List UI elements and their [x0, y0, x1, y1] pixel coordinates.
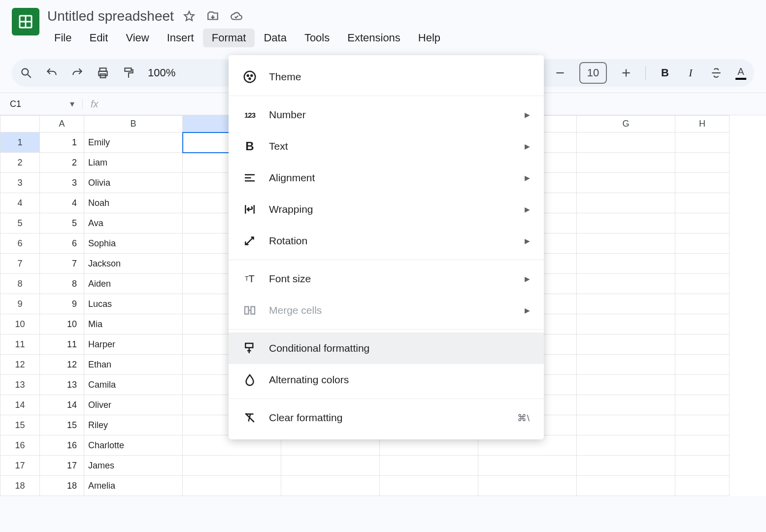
row-header[interactable]: 14 — [0, 395, 40, 415]
cell[interactable] — [675, 334, 730, 355]
cell[interactable] — [577, 173, 675, 193]
cell[interactable] — [675, 233, 730, 254]
menu-file[interactable]: File — [45, 29, 80, 47]
cell[interactable]: Liam — [84, 153, 183, 173]
cell[interactable]: Harper — [84, 334, 183, 355]
cell[interactable] — [577, 193, 675, 213]
cell[interactable] — [675, 395, 730, 415]
menu-wrapping[interactable]: Wrapping ▶ — [229, 194, 544, 225]
cell[interactable]: 13 — [40, 375, 84, 395]
italic-icon[interactable]: I — [684, 66, 697, 79]
cell[interactable] — [675, 254, 730, 274]
row-header[interactable]: 18 — [0, 476, 40, 496]
cell[interactable] — [675, 274, 730, 294]
redo-icon[interactable] — [71, 66, 84, 79]
menu-insert[interactable]: Insert — [158, 29, 203, 47]
row-header[interactable]: 10 — [0, 314, 40, 334]
cell[interactable] — [675, 375, 730, 395]
cell[interactable]: 16 — [40, 435, 84, 456]
cell[interactable] — [675, 355, 730, 375]
menu-extensions[interactable]: Extensions — [338, 29, 409, 47]
cell[interactable] — [675, 173, 730, 193]
cell[interactable]: 17 — [40, 456, 84, 476]
cell[interactable]: 18 — [40, 476, 84, 496]
cell[interactable] — [281, 476, 380, 496]
row-header[interactable]: 16 — [0, 435, 40, 456]
cell[interactable]: Noah — [84, 193, 183, 213]
cell[interactable] — [577, 153, 675, 173]
cell[interactable]: Jackson — [84, 254, 183, 274]
cell[interactable]: 9 — [40, 294, 84, 314]
menu-text[interactable]: B Text ▶ — [229, 131, 544, 162]
menu-rotation[interactable]: Rotation ▶ — [229, 225, 544, 257]
cell[interactable]: Camila — [84, 375, 183, 395]
cell[interactable]: Ethan — [84, 355, 183, 375]
row-header[interactable]: 7 — [0, 254, 40, 274]
cell[interactable]: 6 — [40, 233, 84, 254]
cell[interactable] — [577, 375, 675, 395]
cell[interactable]: Ava — [84, 213, 183, 233]
row-header[interactable]: 13 — [0, 375, 40, 395]
zoom-level[interactable]: 100% — [148, 66, 175, 79]
cell[interactable]: Emily — [84, 133, 183, 153]
menu-data[interactable]: Data — [255, 29, 295, 47]
cell[interactable]: Olivia — [84, 173, 183, 193]
cell[interactable] — [183, 476, 281, 496]
cell[interactable]: James — [84, 456, 183, 476]
cell[interactable] — [577, 476, 675, 496]
cell[interactable] — [675, 435, 730, 456]
row-header[interactable]: 11 — [0, 334, 40, 355]
search-icon[interactable] — [20, 66, 33, 79]
menu-alternating-colors[interactable]: Alternating colors — [229, 364, 544, 396]
font-size-increase-icon[interactable] — [620, 66, 633, 79]
cell[interactable] — [577, 456, 675, 476]
cell[interactable]: 4 — [40, 193, 84, 213]
cell[interactable]: Mia — [84, 314, 183, 334]
cell[interactable] — [675, 456, 730, 476]
cell[interactable] — [675, 153, 730, 173]
cell[interactable]: 14 — [40, 395, 84, 415]
bold-icon[interactable]: B — [659, 66, 671, 79]
row-header[interactable]: 12 — [0, 355, 40, 375]
cell[interactable]: 8 — [40, 274, 84, 294]
row-header[interactable]: 2 — [0, 153, 40, 173]
row-header[interactable]: 17 — [0, 456, 40, 476]
cell[interactable] — [577, 334, 675, 355]
font-size-decrease-icon[interactable] — [554, 66, 566, 79]
print-icon[interactable] — [97, 66, 109, 79]
cell[interactable]: 7 — [40, 254, 84, 274]
cell[interactable]: 3 — [40, 173, 84, 193]
column-header[interactable]: A — [40, 116, 84, 133]
cell[interactable] — [577, 254, 675, 274]
cell[interactable] — [183, 456, 281, 476]
cell[interactable] — [577, 395, 675, 415]
cell[interactable]: 10 — [40, 314, 84, 334]
column-header[interactable]: G — [577, 116, 675, 133]
cell[interactable] — [675, 213, 730, 233]
cell[interactable]: Oliver — [84, 395, 183, 415]
row-header[interactable]: 15 — [0, 415, 40, 435]
cell[interactable] — [577, 355, 675, 375]
cell[interactable] — [675, 314, 730, 334]
cell[interactable] — [380, 456, 478, 476]
cell[interactable]: 12 — [40, 355, 84, 375]
menu-conditional-formatting[interactable]: Conditional formatting — [229, 332, 544, 364]
menu-number[interactable]: 123 Number ▶ — [229, 99, 544, 131]
menu-font-size[interactable]: TT Font size ▶ — [229, 263, 544, 295]
row-header[interactable]: 1 — [0, 133, 40, 153]
cell[interactable] — [478, 476, 577, 496]
cell[interactable]: Amelia — [84, 476, 183, 496]
cell[interactable] — [675, 193, 730, 213]
row-header[interactable]: 5 — [0, 213, 40, 233]
cell[interactable]: 2 — [40, 153, 84, 173]
cell[interactable] — [675, 476, 730, 496]
move-icon[interactable] — [206, 10, 219, 23]
row-header[interactable]: 8 — [0, 274, 40, 294]
row-header[interactable]: 4 — [0, 193, 40, 213]
cell[interactable]: Lucas — [84, 294, 183, 314]
cell[interactable]: Sophia — [84, 233, 183, 254]
menu-tools[interactable]: Tools — [296, 29, 338, 47]
cell[interactable] — [380, 476, 478, 496]
cell[interactable] — [675, 133, 730, 153]
menu-theme[interactable]: Theme — [229, 61, 544, 93]
